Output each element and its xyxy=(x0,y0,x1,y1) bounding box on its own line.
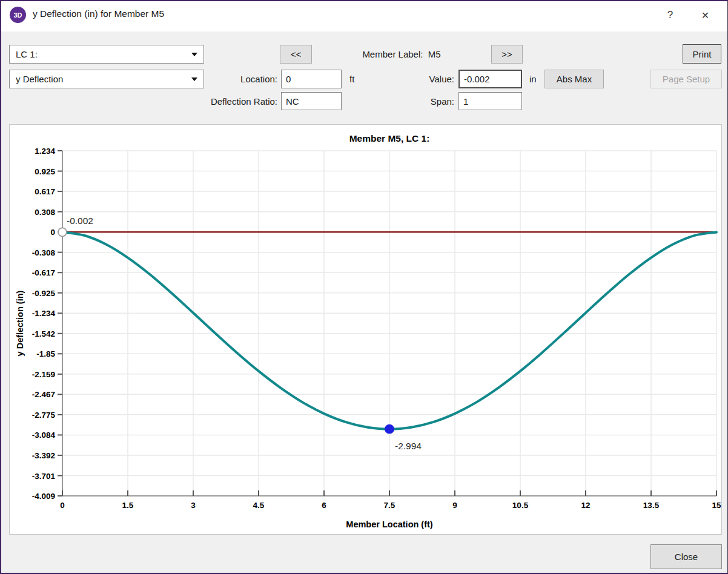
abs-max-button[interactable]: Abs Max xyxy=(544,70,604,88)
member-label: Member Label: xyxy=(362,49,423,59)
value-label: Value: xyxy=(389,70,454,88)
chart-title: Member M5, LC 1: xyxy=(349,133,430,144)
annotation-label: -2.994 xyxy=(395,441,422,451)
next-member-button[interactable]: >> xyxy=(491,45,523,64)
close-icon[interactable]: ✕ xyxy=(692,1,719,29)
close-button[interactable]: Close xyxy=(650,544,722,569)
app-logo-icon: 3D xyxy=(10,7,26,23)
value-unit: in xyxy=(529,70,544,88)
x-tick-label: 12 xyxy=(581,501,590,510)
x-tick-label: 13.5 xyxy=(643,501,660,510)
load-combo-dropdown[interactable]: LC 1: xyxy=(9,45,204,64)
page-setup-button: Page Setup xyxy=(650,70,722,88)
origin-value-marker[interactable] xyxy=(58,228,67,236)
x-tick-label: 10.5 xyxy=(512,501,529,510)
x-tick-label: 6 xyxy=(322,501,326,510)
y-tick-label: 0 xyxy=(50,228,55,237)
location-label: Location: xyxy=(207,70,277,88)
member-label-group: Member Label: M5 xyxy=(312,45,491,64)
x-axis-label: Member Location (ft) xyxy=(346,520,433,529)
chart-panel: 01.534.567.5910.51213.5151.2340.9250.617… xyxy=(9,124,722,535)
y-tick-label: -1.542 xyxy=(32,329,55,338)
max-value-marker[interactable] xyxy=(385,425,394,434)
title-bar: 3D y Deflection (in) for Member M5 ? ✕ xyxy=(1,1,727,31)
y-tick-label: -2.159 xyxy=(32,370,55,379)
x-tick-label: 3 xyxy=(191,501,196,510)
load-combo-value: LC 1: xyxy=(16,49,38,59)
y-tick-label: -3.701 xyxy=(32,472,56,481)
y-tick-label: -3.084 xyxy=(32,431,56,440)
y-tick-label: -1.85 xyxy=(36,349,55,358)
y-axis-label: y Deflection (in) xyxy=(15,290,25,356)
deflection-ratio-input[interactable] xyxy=(281,92,342,110)
y-tick-label: -0.308 xyxy=(32,248,56,257)
y-tick-label: -0.617 xyxy=(32,268,55,277)
result-type-dropdown[interactable]: y Deflection xyxy=(9,70,204,88)
help-icon[interactable]: ? xyxy=(657,1,684,29)
deflection-chart: 01.534.567.5910.51213.5151.2340.9250.617… xyxy=(10,125,721,534)
dialog-window: 3D y Deflection (in) for Member M5 ? ✕ L… xyxy=(0,0,728,574)
annotation-label: -0.002 xyxy=(67,216,93,226)
x-tick-label: 9 xyxy=(452,501,457,510)
y-tick-label: -4.009 xyxy=(32,492,55,501)
y-tick-label: 0.617 xyxy=(35,187,55,196)
chevron-down-icon xyxy=(191,53,197,56)
x-tick-label: 1.5 xyxy=(122,501,134,510)
x-tick-label: 15 xyxy=(712,501,721,510)
y-tick-label: -3.392 xyxy=(32,451,55,460)
x-tick-label: 4.5 xyxy=(253,501,265,510)
y-tick-label: -2.775 xyxy=(32,411,56,420)
member-value: M5 xyxy=(428,49,441,59)
deflection-ratio-label: Deflection Ratio: xyxy=(171,92,277,111)
chevron-down-icon xyxy=(191,78,197,81)
y-tick-label: -1.234 xyxy=(32,309,56,318)
location-unit: ft xyxy=(349,70,368,88)
y-tick-label: -2.467 xyxy=(32,390,55,399)
y-tick-label: -0.925 xyxy=(32,289,56,298)
window-title: y Deflection (in) for Member M5 xyxy=(33,8,164,19)
value-input[interactable] xyxy=(458,70,522,88)
x-tick-label: 7.5 xyxy=(384,501,395,510)
span-input[interactable] xyxy=(458,92,522,110)
prev-member-button[interactable]: << xyxy=(280,45,312,64)
y-tick-label: 0.925 xyxy=(35,167,55,176)
y-tick-label: 1.234 xyxy=(35,147,55,156)
span-label: Span: xyxy=(389,92,454,111)
y-tick-label: 0.308 xyxy=(35,208,55,217)
location-input[interactable] xyxy=(281,70,342,88)
result-type-value: y Deflection xyxy=(16,74,63,84)
print-button[interactable]: Print xyxy=(683,44,721,64)
x-tick-label: 0 xyxy=(60,501,65,510)
